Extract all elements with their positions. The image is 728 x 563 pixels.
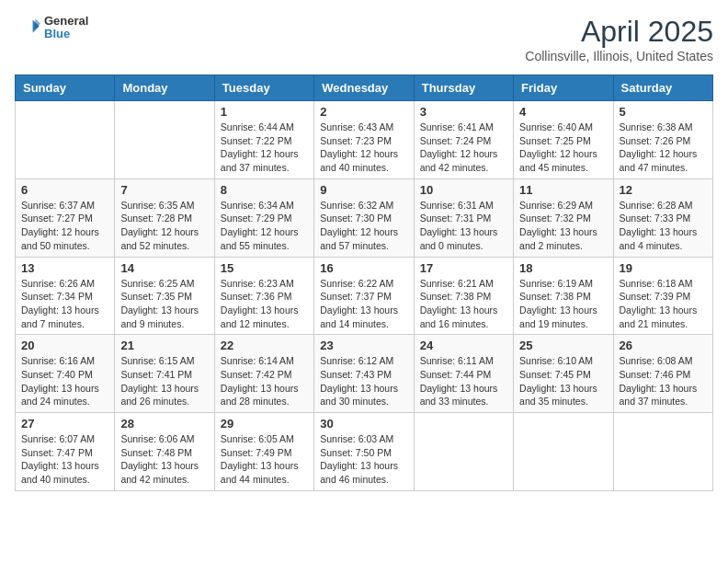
sunrise-text: Sunrise: 6:38 AM <box>620 121 693 132</box>
sunrise-text: Sunrise: 6:44 AM <box>221 121 294 132</box>
calendar-cell <box>514 413 613 491</box>
daylight-text: Daylight: 12 hours and 57 minutes. <box>320 226 398 251</box>
sunset-text: Sunset: 7:46 PM <box>620 369 691 380</box>
daylight-text: Daylight: 13 hours and 21 minutes. <box>620 304 698 329</box>
daylight-text: Daylight: 13 hours and 40 minutes. <box>21 460 99 485</box>
calendar-cell: 17 Sunrise: 6:21 AM Sunset: 7:38 PM Dayl… <box>414 257 513 335</box>
sunset-text: Sunset: 7:24 PM <box>420 135 492 146</box>
logo-line2: Blue <box>44 28 88 40</box>
calendar-cell: 5 Sunrise: 6:38 AM Sunset: 7:26 PM Dayli… <box>613 101 712 179</box>
day-number: 27 <box>21 417 108 431</box>
calendar-cell: 25 Sunrise: 6:10 AM Sunset: 7:45 PM Dayl… <box>514 335 613 413</box>
sunset-text: Sunset: 7:49 PM <box>221 447 292 458</box>
calendar-cell: 4 Sunrise: 6:40 AM Sunset: 7:25 PM Dayli… <box>514 101 613 179</box>
calendar-cell <box>115 101 214 179</box>
day-info: Sunrise: 6:29 AM Sunset: 7:32 PM Dayligh… <box>519 199 607 253</box>
daylight-text: Daylight: 12 hours and 52 minutes. <box>120 226 199 251</box>
day-number: 20 <box>21 339 108 352</box>
daylight-text: Daylight: 13 hours and 9 minutes. <box>120 304 199 329</box>
calendar-cell: 20 Sunrise: 6:16 AM Sunset: 7:40 PM Dayl… <box>16 335 115 413</box>
day-number: 15 <box>221 261 308 275</box>
sunrise-text: Sunrise: 6:21 AM <box>420 278 494 289</box>
calendar-cell: 27 Sunrise: 6:07 AM Sunset: 7:47 PM Dayl… <box>16 413 115 491</box>
day-info: Sunrise: 6:22 AM Sunset: 7:37 PM Dayligh… <box>320 277 407 331</box>
calendar-cell: 3 Sunrise: 6:41 AM Sunset: 7:24 PM Dayli… <box>414 101 513 179</box>
day-info: Sunrise: 6:35 AM Sunset: 7:28 PM Dayligh… <box>120 199 208 253</box>
sunrise-text: Sunrise: 6:18 AM <box>620 278 693 289</box>
calendar-cell: 9 Sunrise: 6:32 AM Sunset: 7:30 PM Dayli… <box>314 178 414 257</box>
sunrise-text: Sunrise: 6:41 AM <box>420 121 494 132</box>
calendar-cell: 26 Sunrise: 6:08 AM Sunset: 7:46 PM Dayl… <box>613 335 712 413</box>
day-number: 30 <box>320 417 407 431</box>
calendar-cell <box>16 101 115 179</box>
day-info: Sunrise: 6:19 AM Sunset: 7:38 PM Dayligh… <box>519 277 607 331</box>
day-info: Sunrise: 6:34 AM Sunset: 7:29 PM Dayligh… <box>221 199 308 253</box>
daylight-text: Daylight: 13 hours and 37 minutes. <box>620 383 698 408</box>
sunrise-text: Sunrise: 6:05 AM <box>221 433 294 444</box>
day-number: 3 <box>420 105 507 119</box>
sunrise-text: Sunrise: 6:23 AM <box>221 278 294 289</box>
calendar-cell: 29 Sunrise: 6:05 AM Sunset: 7:49 PM Dayl… <box>214 413 313 491</box>
daylight-text: Daylight: 13 hours and 42 minutes. <box>120 460 199 485</box>
daylight-text: Daylight: 13 hours and 44 minutes. <box>221 460 299 485</box>
day-number: 14 <box>120 261 208 275</box>
daylight-text: Daylight: 13 hours and 30 minutes. <box>320 383 398 408</box>
sunset-text: Sunset: 7:36 PM <box>221 291 292 302</box>
day-info: Sunrise: 6:16 AM Sunset: 7:40 PM Dayligh… <box>21 354 108 408</box>
sunset-text: Sunset: 7:30 PM <box>320 213 392 224</box>
calendar-cell: 16 Sunrise: 6:22 AM Sunset: 7:37 PM Dayl… <box>314 257 414 335</box>
calendar-cell: 6 Sunrise: 6:37 AM Sunset: 7:27 PM Dayli… <box>16 178 115 257</box>
weekday-header: Monday <box>115 75 214 101</box>
day-number: 9 <box>320 183 407 197</box>
sunset-text: Sunset: 7:40 PM <box>21 369 93 380</box>
sunset-text: Sunset: 7:42 PM <box>221 369 292 380</box>
calendar-cell: 15 Sunrise: 6:23 AM Sunset: 7:36 PM Dayl… <box>214 257 313 335</box>
sunset-text: Sunset: 7:41 PM <box>120 369 192 380</box>
day-number: 2 <box>320 105 407 119</box>
daylight-text: Daylight: 12 hours and 42 minutes. <box>420 148 498 173</box>
weekday-header: Saturday <box>613 75 712 101</box>
sunset-text: Sunset: 7:26 PM <box>620 135 691 146</box>
location: Collinsville, Illinois, United States <box>525 49 713 63</box>
daylight-text: Daylight: 13 hours and 14 minutes. <box>320 304 398 329</box>
sunrise-text: Sunrise: 6:43 AM <box>320 121 393 132</box>
daylight-text: Daylight: 13 hours and 33 minutes. <box>420 383 498 408</box>
day-number: 12 <box>620 183 707 197</box>
day-number: 25 <box>519 339 607 352</box>
day-number: 10 <box>420 183 507 197</box>
day-number: 21 <box>120 339 208 352</box>
sunset-text: Sunset: 7:23 PM <box>320 135 392 146</box>
sunset-text: Sunset: 7:48 PM <box>120 447 192 458</box>
daylight-text: Daylight: 12 hours and 40 minutes. <box>320 148 398 173</box>
daylight-text: Daylight: 13 hours and 2 minutes. <box>519 226 597 251</box>
day-number: 17 <box>420 261 507 275</box>
daylight-text: Daylight: 12 hours and 55 minutes. <box>221 226 299 251</box>
daylight-text: Daylight: 13 hours and 16 minutes. <box>420 304 498 329</box>
calendar-cell: 8 Sunrise: 6:34 AM Sunset: 7:29 PM Dayli… <box>214 178 313 257</box>
sunset-text: Sunset: 7:45 PM <box>519 369 591 380</box>
sunset-text: Sunset: 7:39 PM <box>620 291 691 302</box>
weekday-header-row: SundayMondayTuesdayWednesdayThursdayFrid… <box>16 75 713 101</box>
calendar-cell: 13 Sunrise: 6:26 AM Sunset: 7:34 PM Dayl… <box>16 257 115 335</box>
weekday-header: Wednesday <box>314 75 414 101</box>
sunset-text: Sunset: 7:43 PM <box>320 369 392 380</box>
sunset-text: Sunset: 7:44 PM <box>420 369 492 380</box>
sunset-text: Sunset: 7:27 PM <box>21 213 93 224</box>
sunrise-text: Sunrise: 6:19 AM <box>519 278 593 289</box>
calendar-table: SundayMondayTuesdayWednesdayThursdayFrid… <box>15 75 713 491</box>
day-info: Sunrise: 6:38 AM Sunset: 7:26 PM Dayligh… <box>620 121 707 175</box>
weekday-header: Friday <box>514 75 613 101</box>
logo: General Blue <box>15 15 88 41</box>
calendar-cell: 28 Sunrise: 6:06 AM Sunset: 7:48 PM Dayl… <box>115 413 214 491</box>
calendar-cell <box>414 413 513 491</box>
day-info: Sunrise: 6:40 AM Sunset: 7:25 PM Dayligh… <box>519 121 607 175</box>
sunrise-text: Sunrise: 6:35 AM <box>120 200 194 211</box>
sunset-text: Sunset: 7:28 PM <box>120 213 192 224</box>
calendar-cell <box>613 413 712 491</box>
day-info: Sunrise: 6:06 AM Sunset: 7:48 PM Dayligh… <box>120 432 208 487</box>
day-info: Sunrise: 6:03 AM Sunset: 7:50 PM Dayligh… <box>320 432 407 487</box>
day-number: 16 <box>320 261 407 275</box>
sunrise-text: Sunrise: 6:07 AM <box>21 433 95 444</box>
sunrise-text: Sunrise: 6:26 AM <box>21 278 95 289</box>
day-info: Sunrise: 6:11 AM Sunset: 7:44 PM Dayligh… <box>420 354 507 408</box>
